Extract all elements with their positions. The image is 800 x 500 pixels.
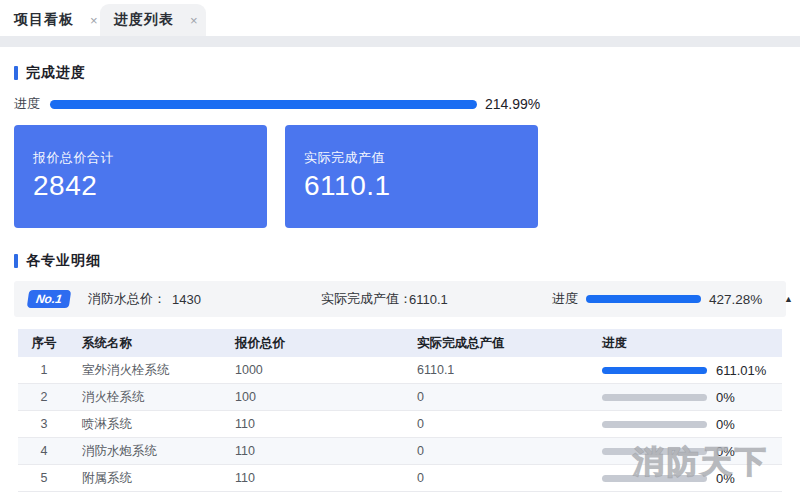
title-accent-bar <box>14 254 18 268</box>
row-progress-bar <box>602 394 707 401</box>
cell-actual-output: 0 <box>417 444 602 458</box>
overall-progress: 进度 214.99% <box>14 97 786 111</box>
column-header-no: 序号 <box>18 335 70 352</box>
stat-card-label: 报价总价合计 <box>33 149 267 167</box>
cell-no: 5 <box>18 471 70 485</box>
table-row: 5附属系统11000% <box>18 465 782 492</box>
cell-actual-output: 0 <box>417 417 602 431</box>
column-header-system-name: 系统名称 <box>70 335 235 352</box>
column-header-actual-output: 实际完成总产值 <box>417 335 602 352</box>
tab-label: 项目看板 <box>14 11 74 29</box>
cell-quoted-price: 110 <box>235 417 417 431</box>
cell-progress: 0% <box>602 417 782 432</box>
column-header-progress: 进度 <box>602 335 782 352</box>
stat-card-label: 实际完成产值 <box>304 149 538 167</box>
table-row: 2消火栓系统10000% <box>18 384 782 411</box>
row-progress-value: 0% <box>716 444 735 459</box>
cell-system-name: 室外消火栓系统 <box>70 362 235 379</box>
cell-actual-output: 6110.1 <box>417 363 602 377</box>
collapse-arrow-icon[interactable]: ▲ <box>784 294 793 304</box>
row-progress-bar <box>602 475 707 482</box>
section-title-text: 各专业明细 <box>26 252 101 270</box>
row-progress-bar <box>602 421 707 428</box>
tab-label: 进度列表 <box>114 11 174 29</box>
cell-progress: 0% <box>602 390 782 405</box>
tab-project-board[interactable]: 项目看板 × <box>0 4 112 36</box>
row-progress-value: 0% <box>716 417 735 432</box>
table-header-row: 序号 系统名称 报价总价 实际完成总产值 进度 <box>18 329 782 357</box>
table-body: 1室外消火栓系统10006110.1611.01%2消火栓系统10000%3喷淋… <box>18 357 782 492</box>
cell-quoted-price: 110 <box>235 471 417 485</box>
row-progress-value: 0% <box>716 390 735 405</box>
stat-cards: 报价总价合计 2842 实际完成产值 6110.1 <box>14 125 786 228</box>
cell-quoted-price: 100 <box>235 390 417 404</box>
close-icon[interactable]: × <box>90 14 98 27</box>
row-progress-bar <box>602 448 707 455</box>
group-output-value: 6110.1 <box>409 292 448 307</box>
stat-card-value: 2842 <box>33 170 267 202</box>
section-title-details: 各专业明细 <box>14 252 786 270</box>
rank-badge: No.1 <box>27 290 72 308</box>
detail-table: 序号 系统名称 报价总价 实际完成总产值 进度 1室外消火栓系统10006110… <box>18 329 782 492</box>
stat-card-quoted-total: 报价总价合计 2842 <box>14 125 267 228</box>
group-progress-bar <box>586 295 701 303</box>
title-accent-bar <box>14 66 18 80</box>
cell-no: 4 <box>18 444 70 458</box>
column-header-quoted-price: 报价总价 <box>235 335 417 352</box>
tab-progress-list[interactable]: 进度列表 × <box>100 4 206 36</box>
cell-progress: 0% <box>602 444 782 459</box>
table-row: 4消防水炮系统11000% <box>18 438 782 465</box>
overall-progress-bar <box>50 100 477 109</box>
cell-system-name: 喷淋系统 <box>70 416 235 433</box>
section-title-completion: 完成进度 <box>14 64 786 82</box>
cell-progress: 611.01% <box>602 363 782 378</box>
row-progress-value: 0% <box>716 471 735 486</box>
progress-label: 进度 <box>14 95 50 113</box>
cell-actual-output: 0 <box>417 390 602 404</box>
close-icon[interactable]: × <box>190 14 198 27</box>
cell-system-name: 消防水炮系统 <box>70 443 235 460</box>
cell-progress: 0% <box>602 471 782 486</box>
stat-card-actual-output: 实际完成产值 6110.1 <box>285 125 538 228</box>
group-summary-row[interactable]: No.1 消防水总价： 1430 实际完成产值： 6110.1 进度 427.2… <box>14 281 786 317</box>
cell-system-name: 消火栓系统 <box>70 389 235 406</box>
cell-actual-output: 0 <box>417 471 602 485</box>
cell-no: 3 <box>18 417 70 431</box>
cell-no: 2 <box>18 390 70 404</box>
group-name-label: 消防水总价： <box>88 290 166 308</box>
progress-list-screen: 项目看板 × 进度列表 × 完成进度 进度 214.99% 报价总价合计 284… <box>0 0 800 500</box>
tab-bar: 项目看板 × 进度列表 × <box>0 0 800 36</box>
group-progress-label: 进度 <box>552 290 578 308</box>
table-row: 3喷淋系统11000% <box>18 411 782 438</box>
section-title-text: 完成进度 <box>26 64 86 82</box>
group-output-label: 实际完成产值： <box>321 290 412 308</box>
overall-progress-value: 214.99% <box>485 96 540 112</box>
cell-system-name: 附属系统 <box>70 470 235 487</box>
cell-quoted-price: 1000 <box>235 363 417 377</box>
group-progress-value: 427.28% <box>709 292 762 307</box>
table-row: 1室外消火栓系统10006110.1611.01% <box>18 357 782 384</box>
row-progress-value: 611.01% <box>716 363 766 378</box>
main-content: 完成进度 进度 214.99% 报价总价合计 2842 实际完成产值 6110.… <box>0 47 800 492</box>
stat-card-value: 6110.1 <box>304 170 538 202</box>
row-progress-bar <box>602 367 707 374</box>
cell-quoted-price: 110 <box>235 444 417 458</box>
tab-strip-divider <box>0 36 800 47</box>
cell-no: 1 <box>18 363 70 377</box>
group-name-value: 1430 <box>172 292 201 307</box>
